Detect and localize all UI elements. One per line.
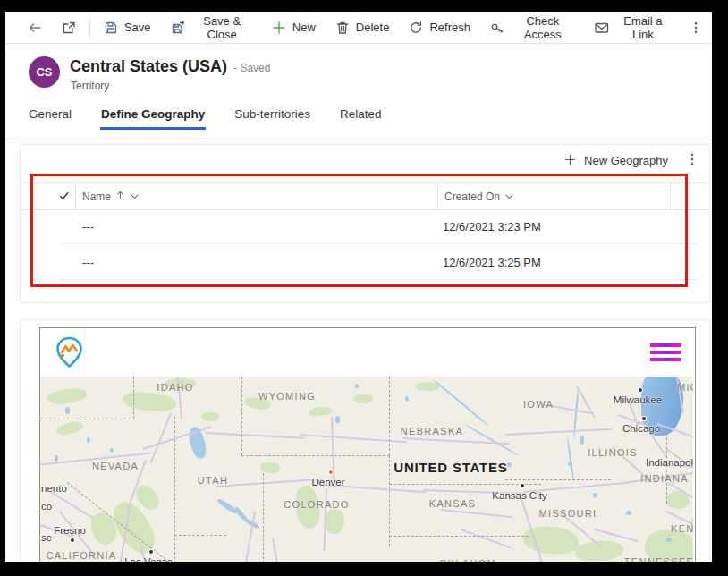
water-feature	[355, 384, 359, 388]
road-line	[441, 509, 512, 518]
toolbar-save-button[interactable]: Save	[94, 15, 161, 40]
save-close-icon	[171, 21, 186, 35]
water-feature	[405, 396, 409, 402]
terrain-green-patch	[260, 462, 281, 474]
key-icon	[490, 21, 505, 35]
water-feature	[666, 538, 672, 542]
toolbar-save-and-close-label: Save & Close	[192, 14, 252, 41]
terrain-green-patch	[122, 390, 177, 413]
city-dot	[329, 470, 333, 474]
grid-toolbar: New Geography	[554, 148, 704, 173]
map-state-label: KENTU	[671, 523, 693, 534]
toolbar-email-a-link-label: Email a Link	[616, 14, 670, 41]
command-bar: SaveSave & CloseNewDeleteRefreshCheck Ac…	[5, 12, 712, 44]
tab-related[interactable]: Related	[339, 105, 383, 130]
tab-general[interactable]: General	[28, 105, 72, 130]
toolbar-delete-button[interactable]: Delete	[326, 15, 400, 40]
tab-sub-territories[interactable]: Sub-territories	[233, 105, 311, 130]
water-feature	[626, 511, 631, 515]
water-feature	[65, 407, 70, 414]
toolbar-check-access-label: Check Access	[512, 14, 574, 41]
water-feature	[87, 437, 90, 443]
state-border	[263, 473, 264, 562]
map-state-label: MIC	[677, 382, 693, 393]
cell-created-on: 12/6/2021 3:25 PM	[437, 256, 670, 269]
chevron-down-icon	[130, 191, 140, 203]
toolbar-refresh-label: Refresh	[429, 21, 470, 34]
checkmark-icon	[58, 190, 70, 204]
water-feature	[55, 455, 58, 462]
state-border	[174, 535, 226, 536]
toolbar-refresh-button[interactable]: Refresh	[399, 15, 480, 40]
road-line	[505, 428, 613, 436]
map-city-label: Chicago	[622, 423, 660, 434]
state-border	[389, 484, 541, 485]
map-state-label: NEBRASKA	[401, 426, 463, 436]
city-dot	[71, 538, 74, 542]
toolbar-delete-label: Delete	[356, 21, 390, 34]
water-feature	[464, 424, 520, 457]
map-card: IDAHOWYOMINGNEVADAUTAHCOLORADONEBRASKAIO…	[20, 319, 710, 562]
road-line	[595, 529, 639, 542]
state-border	[389, 377, 390, 455]
table-row[interactable]: ---12/6/2021 3:23 PM	[21, 208, 709, 244]
cell-created-on: 12/6/2021 3:23 PM	[437, 220, 670, 233]
map-city-label: nento	[41, 483, 67, 494]
map-state-label: CALIFORNIA	[46, 550, 116, 561]
grid-body: ---12/6/2021 3:23 PM---12/6/2021 3:25 PM	[21, 208, 709, 280]
map-city-label: co	[41, 501, 52, 512]
map-state-label: WYOMING	[258, 391, 316, 402]
cell-name: ---	[75, 256, 437, 269]
toolbar-popout-button[interactable]	[52, 15, 86, 40]
new-geography-button[interactable]: New Geography	[554, 149, 677, 173]
terrain-green-patch	[47, 386, 88, 406]
water-feature	[110, 448, 114, 453]
cell-name: ---	[75, 220, 437, 233]
toolbar-email-a-link-button[interactable]: Email a Link	[584, 15, 680, 40]
water-feature	[593, 493, 597, 497]
toolbar-back-button[interactable]	[18, 15, 52, 40]
column-label: Created On	[444, 191, 500, 203]
toolbar-new-label: New	[292, 21, 316, 34]
column-header-name[interactable]: Name	[75, 183, 437, 209]
road-line	[300, 434, 407, 443]
map-state-label: IDAHO	[157, 382, 193, 393]
state-border	[505, 479, 611, 480]
map-city-label: Las Vegas	[124, 556, 173, 562]
toolbar-check-access-button[interactable]: Check Access	[480, 15, 584, 40]
toolbar-divider	[89, 19, 90, 37]
toolbar-new-button[interactable]: New	[262, 15, 326, 40]
kebab-icon	[690, 21, 702, 35]
map-city-label: Denver	[311, 477, 344, 487]
table-row[interactable]: ---12/6/2021 3:25 PM	[21, 244, 709, 280]
map-state-label: MISSOURI	[539, 508, 597, 519]
grid-header-row: Name Created On	[21, 182, 709, 210]
toolbar-more-commands-button[interactable]	[680, 15, 712, 40]
toolbar-save-and-close-button[interactable]: Save & Close	[161, 15, 262, 40]
road-line	[150, 413, 172, 463]
road-line	[50, 491, 94, 519]
water-feature	[580, 436, 584, 445]
map-state-label: OKLAHOM	[439, 558, 496, 562]
map-state-label: IOWA	[523, 399, 554, 410]
map-hamburger-menu-button[interactable]	[650, 343, 681, 366]
map-state-label: INDIANA	[640, 473, 689, 484]
tabs-divider	[5, 140, 712, 140]
water-feature	[335, 416, 340, 423]
grid-select-all-column[interactable]	[21, 183, 75, 209]
tab-define-geography[interactable]: Define Geography	[100, 105, 206, 130]
state-border	[174, 417, 175, 562]
terrain-green-patch	[55, 420, 84, 437]
map-state-label: NEVADA	[92, 461, 139, 471]
map-viewport[interactable]: IDAHOWYOMINGNEVADAUTAHCOLORADONEBRASKAIO…	[40, 377, 693, 562]
state-border	[133, 377, 134, 419]
road-line	[272, 538, 280, 562]
map-state-label: ILLINOIS	[588, 447, 638, 458]
column-header-created-on[interactable]: Created On	[437, 183, 670, 209]
grid-more-button[interactable]	[681, 148, 704, 173]
entity-type-label: Territory	[71, 80, 109, 92]
geography-grid-card: New Geography Name Created On ---12/6/20…	[20, 144, 710, 303]
terrain-green-patch	[353, 394, 373, 403]
water-feature	[507, 462, 512, 467]
water-feature	[433, 379, 489, 427]
